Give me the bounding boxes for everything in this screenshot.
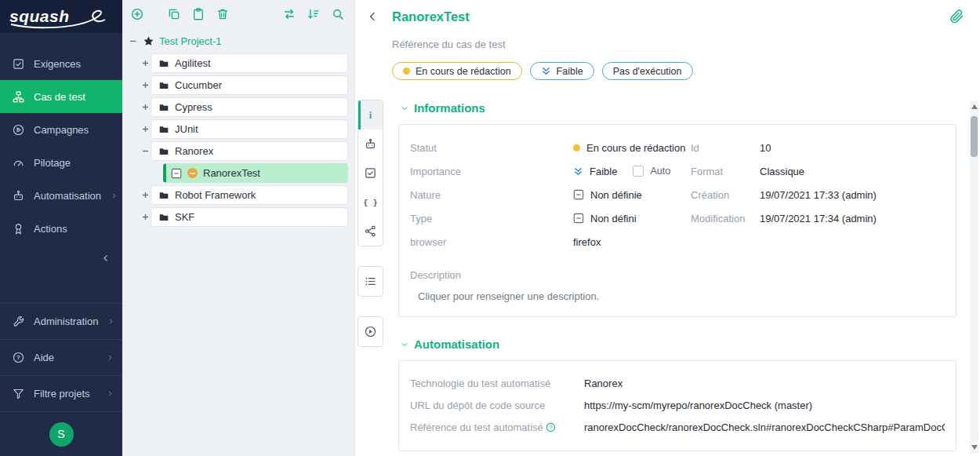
chevron-right-icon — [106, 353, 114, 362]
collapse-minus-icon[interactable] — [140, 148, 151, 155]
add-button[interactable] — [130, 7, 144, 21]
nav-label: Pilotage — [34, 157, 71, 169]
sidebar-item-filtre-projets[interactable]: Filtre projets — [0, 375, 122, 411]
sort-button[interactable] — [307, 7, 321, 21]
execution-badge[interactable]: Pas d'exécution — [602, 62, 693, 80]
id-value: 10 — [760, 142, 945, 154]
paste-button[interactable] — [191, 7, 205, 21]
automation-tech-value[interactable]: Ranorex — [584, 378, 945, 389]
rail-steps-tab[interactable] — [358, 267, 383, 296]
tree-folder-cypress[interactable]: Cypress — [127, 97, 348, 117]
rail-information-tab[interactable]: i — [358, 100, 383, 130]
tree-folder-agilitest[interactable]: Agilitest — [127, 53, 348, 73]
reference-label: Référence du cas de test — [392, 38, 980, 50]
app-logo[interactable]: squash — [0, 0, 122, 33]
auto-checkbox[interactable] — [633, 166, 644, 177]
paperclip-icon — [949, 9, 964, 24]
sidebar-item-cas-de-test[interactable]: Cas de test — [0, 80, 122, 113]
expand-plus-icon[interactable] — [140, 213, 151, 221]
sidebar-item-campagnes[interactable]: Campagnes — [0, 113, 122, 146]
tree-folder-ranorex[interactable]: Ranorex — [127, 141, 348, 161]
node-label: Cypress — [175, 101, 212, 113]
info-row: Type Non défini Modification 19/07/2021 … — [410, 206, 945, 230]
auto-checkbox-label: Auto — [650, 166, 670, 177]
robot-icon — [12, 189, 25, 202]
node-label: SKF — [175, 211, 194, 223]
search-button[interactable] — [331, 7, 345, 21]
rail-executions-tab[interactable] — [358, 317, 383, 346]
sidebar-item-aide[interactable]: ? Aide — [0, 339, 122, 375]
project-name: Test Project-1 — [159, 35, 221, 47]
node-label: RanorexTest — [203, 167, 260, 179]
tree-node-ranorextest[interactable]: RanorexTest — [127, 163, 348, 183]
node-label: Robot Framework — [175, 189, 256, 201]
automated-test-ref-value[interactable]: ranorexDocCheck/ranorexDocCheck.sln#rano… — [584, 421, 945, 433]
rail-automation-tab[interactable] — [358, 130, 383, 159]
scm-url-value[interactable]: https://my-scm/myrepo/ranorexDocCheck (m… — [584, 399, 945, 411]
attachments-button[interactable] — [949, 9, 964, 24]
expand-plus-icon[interactable] — [140, 126, 151, 133]
description-placeholder[interactable]: Cliquer pour renseigner une description. — [418, 290, 945, 302]
expand-plus-icon[interactable] — [140, 192, 151, 199]
folder-icon — [158, 58, 169, 69]
expand-plus-icon[interactable] — [140, 82, 151, 89]
section-automatisation: Automatisation Technologie du test autom… — [398, 337, 956, 451]
scroll-up-arrow-icon[interactable] — [971, 104, 978, 109]
nav-label: Administration — [34, 316, 98, 327]
automatisation-section-toggle[interactable]: Automatisation — [400, 337, 956, 351]
informations-section-toggle[interactable]: Informations — [400, 101, 956, 115]
robot-icon — [364, 137, 377, 151]
expand-plus-icon[interactable] — [140, 60, 151, 67]
automatisation-card: Technologie du test automatisé Ranorex U… — [398, 360, 956, 451]
svg-text:?: ? — [549, 423, 552, 430]
sidebar-item-exigences[interactable]: Exigences — [0, 47, 122, 80]
type-value[interactable]: Non défini — [573, 213, 691, 224]
tree-folder-cucumber[interactable]: Cucumber — [127, 75, 348, 95]
creation-value: 19/07/2021 17:33 (admin) — [760, 189, 945, 201]
node-label: Ranorex — [175, 145, 213, 157]
testcase-status-icon — [187, 168, 198, 178]
rail-requirements-tab[interactable] — [358, 159, 383, 188]
double-chevron-down-icon — [541, 66, 551, 76]
nature-value[interactable]: Non définie — [573, 189, 691, 201]
sidebar-item-actions[interactable]: Actions — [0, 212, 122, 245]
gauge-icon — [12, 156, 25, 170]
sidebar-item-automatisation[interactable]: Automatisation — [0, 179, 122, 212]
checkbox-icon — [364, 166, 377, 180]
scroll-down-arrow-icon[interactable] — [971, 445, 978, 450]
tree-folder-junit[interactable]: JUnit — [127, 119, 348, 139]
expand-plus-icon[interactable] — [140, 104, 151, 111]
sidebar-collapse-button[interactable] — [0, 245, 122, 272]
importance-value[interactable]: Faible Auto — [573, 166, 691, 177]
tree-folder-robot-framework[interactable]: Robot Framework — [127, 185, 348, 205]
folder-icon — [158, 102, 169, 113]
nav-label: Automatisation — [34, 190, 101, 202]
status-badge[interactable]: En cours de rédaction — [392, 62, 522, 80]
cards-column: Informations Statut En cours de rédactio… — [398, 100, 956, 456]
rail-links-tab[interactable] — [358, 217, 383, 246]
chevron-right-icon — [107, 317, 115, 326]
scrollbar-thumb[interactable] — [971, 116, 978, 157]
info-icon: i — [364, 108, 377, 122]
rail-parameters-tab[interactable]: { } — [358, 188, 383, 217]
avatar[interactable]: S — [49, 422, 74, 447]
sidebar-item-administration[interactable]: Administration — [0, 303, 122, 339]
browser-value[interactable]: firefox — [573, 236, 691, 248]
section-informations: Informations Statut En cours de rédactio… — [398, 101, 956, 317]
delete-button[interactable] — [216, 7, 230, 21]
tree-project-root[interactable]: Test Project-1 — [127, 31, 348, 50]
statut-value[interactable]: En cours de rédaction — [573, 142, 691, 154]
importance-badge[interactable]: Faible — [530, 62, 594, 80]
swap-arrows-button[interactable] — [282, 7, 296, 21]
help-circle-icon[interactable]: ? — [546, 422, 556, 432]
tree-folder-skf[interactable]: SKF — [127, 207, 348, 227]
app-root: squash Exigences Cas de test Campagnes P… — [0, 0, 980, 456]
collapse-minus-icon[interactable] — [127, 38, 138, 45]
copy-button[interactable] — [167, 7, 181, 21]
format-value: Classique — [760, 166, 945, 177]
info-row: Importance Faible Auto Format Classique — [410, 159, 945, 183]
vertical-scrollbar[interactable] — [970, 100, 978, 454]
sidebar-item-pilotage[interactable]: Pilotage — [0, 146, 122, 179]
boxed-minus-icon — [171, 168, 182, 179]
collapse-tree-button[interactable] — [368, 10, 380, 23]
